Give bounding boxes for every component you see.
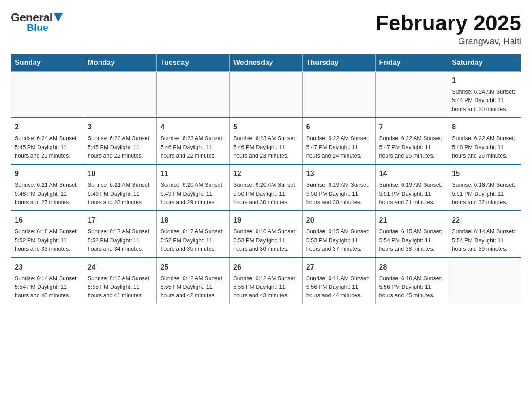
day-info: Sunrise: 6:17 AM Sunset: 5:52 PM Dayligh…: [88, 227, 153, 253]
calendar-day-cell: 25Sunrise: 6:12 AM Sunset: 5:55 PM Dayli…: [157, 258, 230, 304]
calendar-day-cell: [11, 72, 84, 118]
day-info: Sunrise: 6:12 AM Sunset: 5:55 PM Dayligh…: [160, 274, 226, 300]
day-number: 27: [306, 262, 372, 273]
day-info: Sunrise: 6:14 AM Sunset: 5:54 PM Dayligh…: [452, 227, 517, 253]
header-friday: Friday: [375, 54, 448, 72]
calendar-day-cell: 6Sunrise: 6:22 AM Sunset: 5:47 PM Daylig…: [302, 118, 375, 164]
day-info: Sunrise: 6:18 AM Sunset: 5:52 PM Dayligh…: [15, 227, 80, 253]
calendar-day-cell: 22Sunrise: 6:14 AM Sunset: 5:54 PM Dayli…: [448, 211, 521, 257]
day-number: 2: [15, 122, 80, 133]
weekday-header-row: Sunday Monday Tuesday Wednesday Thursday…: [11, 54, 521, 72]
day-number: 20: [306, 215, 372, 226]
day-number: 23: [15, 262, 80, 273]
calendar-day-cell: 1Sunrise: 6:24 AM Sunset: 5:44 PM Daylig…: [448, 72, 521, 118]
calendar-title: February 2025: [375, 11, 521, 35]
calendar-day-cell: [302, 72, 375, 118]
header-thursday: Thursday: [302, 54, 375, 72]
day-number: 15: [452, 168, 517, 179]
day-info: Sunrise: 6:19 AM Sunset: 5:50 PM Dayligh…: [306, 181, 372, 207]
day-number: 11: [160, 168, 226, 179]
day-number: 18: [160, 215, 226, 226]
day-number: 3: [88, 122, 153, 133]
calendar-day-cell: 23Sunrise: 6:14 AM Sunset: 5:54 PM Dayli…: [11, 258, 84, 304]
day-info: Sunrise: 6:22 AM Sunset: 5:47 PM Dayligh…: [306, 134, 372, 160]
calendar-day-cell: 8Sunrise: 6:22 AM Sunset: 5:48 PM Daylig…: [448, 118, 521, 164]
svg-marker-0: [53, 13, 63, 21]
day-info: Sunrise: 6:19 AM Sunset: 5:51 PM Dayligh…: [379, 181, 445, 207]
calendar-day-cell: 21Sunrise: 6:15 AM Sunset: 5:54 PM Dayli…: [375, 211, 448, 257]
calendar-day-cell: 11Sunrise: 6:20 AM Sunset: 5:49 PM Dayli…: [157, 164, 230, 211]
day-info: Sunrise: 6:20 AM Sunset: 5:50 PM Dayligh…: [233, 181, 299, 207]
day-info: Sunrise: 6:16 AM Sunset: 5:53 PM Dayligh…: [233, 227, 299, 253]
day-info: Sunrise: 6:23 AM Sunset: 5:46 PM Dayligh…: [233, 134, 299, 160]
calendar-day-cell: [84, 72, 157, 118]
day-number: 4: [160, 122, 226, 133]
calendar-day-cell: 3Sunrise: 6:23 AM Sunset: 5:45 PM Daylig…: [84, 118, 157, 164]
day-number: 22: [452, 215, 517, 226]
day-info: Sunrise: 6:21 AM Sunset: 5:49 PM Dayligh…: [88, 181, 153, 207]
calendar-week-row: 16Sunrise: 6:18 AM Sunset: 5:52 PM Dayli…: [11, 211, 521, 257]
calendar-week-row: 2Sunrise: 6:24 AM Sunset: 5:45 PM Daylig…: [11, 118, 521, 164]
day-info: Sunrise: 6:15 AM Sunset: 5:53 PM Dayligh…: [306, 227, 372, 253]
header-saturday: Saturday: [448, 54, 521, 72]
calendar-day-cell: [375, 72, 448, 118]
calendar-day-cell: 28Sunrise: 6:10 AM Sunset: 5:56 PM Dayli…: [375, 258, 448, 304]
day-number: 8: [452, 122, 517, 133]
header-wednesday: Wednesday: [230, 54, 303, 72]
day-info: Sunrise: 6:11 AM Sunset: 5:56 PM Dayligh…: [306, 274, 372, 300]
day-info: Sunrise: 6:24 AM Sunset: 5:44 PM Dayligh…: [452, 88, 517, 114]
day-number: 5: [233, 122, 299, 133]
header-sunday: Sunday: [11, 54, 84, 72]
day-number: 14: [379, 168, 445, 179]
day-info: Sunrise: 6:15 AM Sunset: 5:54 PM Dayligh…: [379, 227, 445, 253]
day-number: 21: [379, 215, 445, 226]
day-info: Sunrise: 6:20 AM Sunset: 5:49 PM Dayligh…: [160, 181, 226, 207]
header-monday: Monday: [84, 54, 157, 72]
day-number: 24: [88, 262, 153, 273]
calendar-day-cell: 7Sunrise: 6:22 AM Sunset: 5:47 PM Daylig…: [375, 118, 448, 164]
day-number: 28: [379, 262, 445, 273]
calendar-day-cell: 5Sunrise: 6:23 AM Sunset: 5:46 PM Daylig…: [230, 118, 303, 164]
day-info: Sunrise: 6:10 AM Sunset: 5:56 PM Dayligh…: [379, 274, 445, 300]
day-number: 1: [452, 75, 517, 86]
day-info: Sunrise: 6:23 AM Sunset: 5:46 PM Dayligh…: [160, 134, 226, 160]
calendar-day-cell: 4Sunrise: 6:23 AM Sunset: 5:46 PM Daylig…: [157, 118, 230, 164]
header-tuesday: Tuesday: [157, 54, 230, 72]
day-info: Sunrise: 6:22 AM Sunset: 5:48 PM Dayligh…: [452, 134, 517, 160]
day-number: 7: [379, 122, 445, 133]
day-number: 10: [88, 168, 153, 179]
calendar-subtitle: Grangwav, Haiti: [375, 36, 521, 47]
calendar-day-cell: 13Sunrise: 6:19 AM Sunset: 5:50 PM Dayli…: [302, 164, 375, 211]
calendar-day-cell: 20Sunrise: 6:15 AM Sunset: 5:53 PM Dayli…: [302, 211, 375, 257]
day-number: 6: [306, 122, 372, 133]
day-info: Sunrise: 6:17 AM Sunset: 5:52 PM Dayligh…: [160, 227, 226, 253]
calendar-day-cell: [157, 72, 230, 118]
calendar-day-cell: 10Sunrise: 6:21 AM Sunset: 5:49 PM Dayli…: [84, 164, 157, 211]
calendar-week-row: 1Sunrise: 6:24 AM Sunset: 5:44 PM Daylig…: [11, 72, 521, 118]
calendar-day-cell: 15Sunrise: 6:18 AM Sunset: 5:51 PM Dayli…: [448, 164, 521, 211]
calendar-day-cell: [230, 72, 303, 118]
title-block: February 2025 Grangwav, Haiti: [375, 11, 521, 47]
logo-blue-text: Blue: [27, 22, 48, 34]
day-info: Sunrise: 6:14 AM Sunset: 5:54 PM Dayligh…: [15, 274, 80, 300]
calendar-day-cell: 9Sunrise: 6:21 AM Sunset: 5:48 PM Daylig…: [11, 164, 84, 211]
day-info: Sunrise: 6:23 AM Sunset: 5:45 PM Dayligh…: [88, 134, 153, 160]
calendar-day-cell: 18Sunrise: 6:17 AM Sunset: 5:52 PM Dayli…: [157, 211, 230, 257]
day-number: 12: [233, 168, 299, 179]
day-info: Sunrise: 6:24 AM Sunset: 5:45 PM Dayligh…: [15, 134, 80, 160]
calendar-day-cell: 24Sunrise: 6:13 AM Sunset: 5:55 PM Dayli…: [84, 258, 157, 304]
day-info: Sunrise: 6:22 AM Sunset: 5:47 PM Dayligh…: [379, 134, 445, 160]
day-number: 16: [15, 215, 80, 226]
logo: General Blue: [11, 11, 63, 34]
calendar-day-cell: 2Sunrise: 6:24 AM Sunset: 5:45 PM Daylig…: [11, 118, 84, 164]
logo-arrow-icon: [53, 13, 63, 21]
calendar-day-cell: 19Sunrise: 6:16 AM Sunset: 5:53 PM Dayli…: [230, 211, 303, 257]
day-number: 17: [88, 215, 153, 226]
calendar-day-cell: 14Sunrise: 6:19 AM Sunset: 5:51 PM Dayli…: [375, 164, 448, 211]
page-header: General Blue February 2025 Grangwav, Hai…: [11, 11, 521, 47]
day-info: Sunrise: 6:18 AM Sunset: 5:51 PM Dayligh…: [452, 181, 517, 207]
calendar-day-cell: [448, 258, 521, 304]
calendar-week-row: 23Sunrise: 6:14 AM Sunset: 5:54 PM Dayli…: [11, 258, 521, 304]
calendar-table: Sunday Monday Tuesday Wednesday Thursday…: [11, 54, 521, 304]
day-number: 9: [15, 168, 80, 179]
